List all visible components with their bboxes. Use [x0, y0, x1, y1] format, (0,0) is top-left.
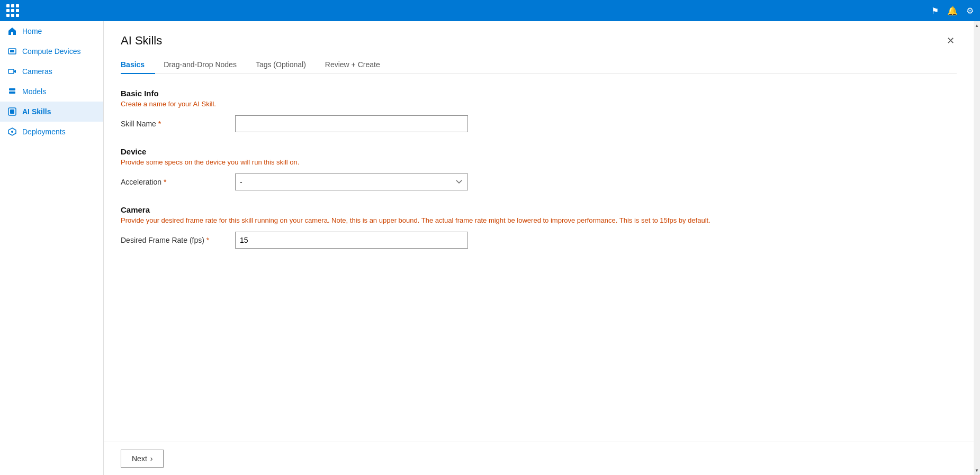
- svg-rect-4: [9, 88, 15, 90]
- camera-icon: [7, 67, 17, 76]
- camera-section: Camera Provide your desired frame rate f…: [121, 205, 957, 249]
- frame-rate-field-row: Desired Frame Rate (fps) *: [121, 232, 957, 249]
- sidebar-item-compute-label: Compute Devices: [22, 47, 81, 56]
- scroll-down-arrow[interactable]: ▼: [975, 466, 979, 475]
- deployments-icon: [7, 127, 17, 136]
- svg-rect-7: [10, 109, 14, 114]
- aiskills-icon: [7, 107, 17, 116]
- skill-name-required: *: [158, 120, 161, 128]
- sidebar-item-models-label: Models: [22, 87, 46, 96]
- sidebar-item-models[interactable]: Models: [0, 81, 103, 102]
- footer: Next ›: [104, 442, 974, 475]
- basic-info-title: Basic Info: [121, 89, 957, 98]
- skill-name-input[interactable]: [235, 115, 468, 132]
- models-icon: [7, 87, 17, 96]
- compute-icon: [7, 47, 17, 56]
- page-header: AI Skills ✕: [121, 34, 957, 56]
- acceleration-select[interactable]: - CPU GPU VPU: [235, 173, 468, 190]
- next-arrow-icon: ›: [150, 454, 153, 463]
- skill-name-label: Skill Name *: [121, 120, 227, 128]
- settings-icon[interactable]: ⚙: [966, 6, 974, 16]
- next-button[interactable]: Next ›: [121, 450, 164, 468]
- frame-rate-label: Desired Frame Rate (fps) *: [121, 236, 227, 244]
- svg-point-9: [11, 131, 13, 133]
- frame-rate-input[interactable]: [235, 232, 468, 249]
- acceleration-required: *: [164, 178, 166, 186]
- svg-rect-2: [8, 69, 14, 74]
- tab-tags[interactable]: Tags (Optional): [256, 56, 317, 74]
- topbar-left: [6, 4, 19, 17]
- tab-drag-drop[interactable]: Drag-and-Drop Nodes: [164, 56, 247, 74]
- topbar-right: ⚑ 🔔 ⚙: [931, 6, 974, 16]
- camera-desc: Provide your desired frame rate for this…: [121, 216, 957, 224]
- svg-rect-5: [9, 92, 15, 94]
- sidebar-item-ai-skills[interactable]: AI Skills: [0, 102, 103, 122]
- sidebar-item-cameras-label: Cameras: [22, 67, 52, 76]
- basic-info-desc: Create a name for your AI Skill.: [121, 100, 957, 108]
- tab-basics[interactable]: Basics: [121, 56, 155, 74]
- sidebar-item-deployments-label: Deployments: [22, 127, 66, 136]
- next-label: Next: [132, 454, 147, 463]
- acceleration-field-row: Acceleration * - CPU GPU VPU: [121, 173, 957, 190]
- notification-icon[interactable]: 🔔: [947, 6, 958, 16]
- skill-name-field-row: Skill Name *: [121, 115, 957, 132]
- sidebar-item-ai-skills-label: AI Skills: [22, 107, 51, 116]
- main-layout: Home Compute Devices Cameras Models AI S…: [0, 21, 980, 475]
- content-area: AI Skills ✕ Basics Drag-and-Drop Nodes T…: [104, 21, 974, 475]
- page-title: AI Skills: [121, 34, 162, 48]
- topbar: ⚑ 🔔 ⚙: [0, 0, 980, 21]
- app-grid-icon[interactable]: [6, 4, 19, 17]
- sidebar-item-compute-devices[interactable]: Compute Devices: [0, 41, 103, 61]
- close-button[interactable]: ✕: [945, 34, 957, 48]
- device-section: Device Provide some specs on the device …: [121, 147, 957, 190]
- page-content: AI Skills ✕ Basics Drag-and-Drop Nodes T…: [104, 21, 974, 442]
- scrollbar[interactable]: ▲ ▼: [974, 21, 980, 475]
- frame-rate-required: *: [206, 236, 209, 244]
- sidebar-item-cameras[interactable]: Cameras: [0, 61, 103, 81]
- sidebar-item-home[interactable]: Home: [0, 21, 103, 41]
- camera-title: Camera: [121, 205, 957, 214]
- device-title: Device: [121, 147, 957, 156]
- tab-review[interactable]: Review + Create: [325, 56, 391, 74]
- device-desc: Provide some specs on the device you wil…: [121, 158, 957, 166]
- tabs: Basics Drag-and-Drop Nodes Tags (Optiona…: [121, 56, 957, 74]
- home-icon: [7, 26, 17, 36]
- svg-rect-1: [10, 50, 14, 52]
- sidebar-item-deployments[interactable]: Deployments: [0, 122, 103, 142]
- flag-icon[interactable]: ⚑: [931, 6, 939, 16]
- acceleration-label: Acceleration *: [121, 178, 227, 186]
- basic-info-section: Basic Info Create a name for your AI Ski…: [121, 89, 957, 132]
- scroll-up-arrow[interactable]: ▲: [975, 21, 979, 30]
- sidebar-item-home-label: Home: [22, 27, 42, 35]
- sidebar: Home Compute Devices Cameras Models AI S…: [0, 21, 104, 475]
